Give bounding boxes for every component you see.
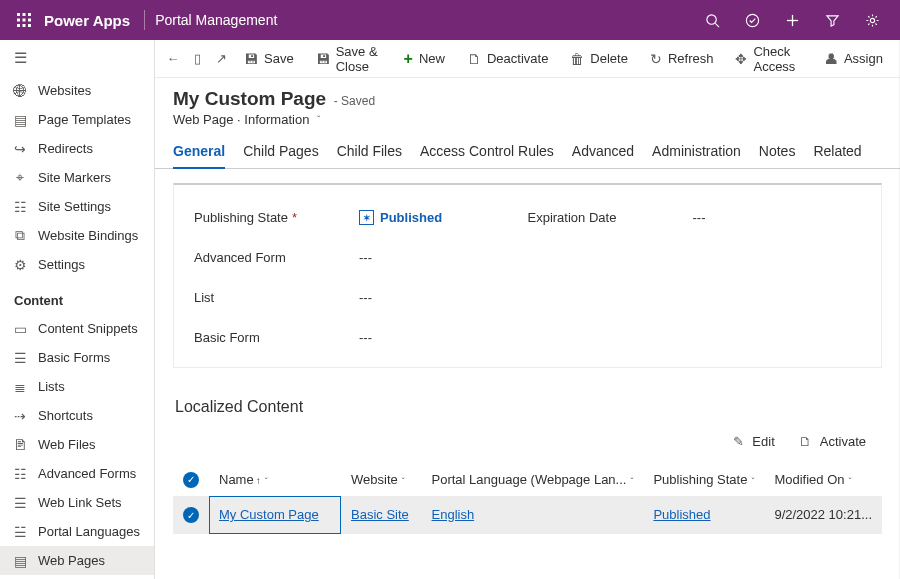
gear-icon[interactable] [852,0,892,40]
tab-general[interactable]: General [173,143,225,169]
cmd-label: Refresh [668,51,714,66]
tab-access-control[interactable]: Access Control Rules [420,143,554,168]
sidebar-item-settings[interactable]: ⚙Settings [0,250,154,279]
sort-asc-icon: ↑ [256,475,261,486]
form-name[interactable]: Information [244,112,309,127]
col-website[interactable]: Websiteˇ [341,463,422,496]
grid-toolbar: ✎Edit 🗋Activate [173,430,882,463]
required-marker: * [292,210,297,225]
sidebar-item-shortcuts[interactable]: ⇢Shortcuts [0,401,154,430]
tab-advanced[interactable]: Advanced [572,143,634,168]
form-icon: ☰ [12,350,28,366]
page-title: My Custom Page [173,88,326,109]
cell-language[interactable]: English [422,496,644,534]
sidebar-item-advanced-forms[interactable]: ☷Advanced Forms [0,459,154,488]
field-value-publishing-state[interactable]: ✶Published [359,209,528,226]
webpage-icon: ▤ [12,553,28,569]
sidebar-item-site-markers[interactable]: ⌖Site Markers [0,163,154,192]
shortcut-icon: ⇢ [12,408,28,424]
cell-name[interactable]: My Custom Page [209,496,341,534]
sidebar-item-label: Shortcuts [38,408,93,423]
tool-label: Activate [820,434,866,449]
sidebar-item-label: Web Pages [38,553,105,568]
col-modified[interactable]: Modified Onˇ [764,463,882,496]
filter-icon[interactable] [812,0,852,40]
sidebar-item-web-link-sets[interactable]: ☰Web Link Sets [0,488,154,517]
chevron-down-icon[interactable]: ˇ [317,115,320,126]
assign-button[interactable]: 👤︎Assign [815,40,892,77]
sidebar-item-label: Site Markers [38,170,111,185]
save-button[interactable]: 💾︎Save [235,40,303,77]
sidebar-item-web-files[interactable]: 🖹Web Files [0,430,154,459]
svg-rect-3 [17,19,20,22]
tab-child-files[interactable]: Child Files [337,143,402,168]
deactivate-button[interactable]: 🗋Deactivate [458,40,557,77]
field-label-expiration-date: Expiration Date [528,210,693,225]
cmd-label: Save & Close [336,44,382,74]
form-selector-icon[interactable]: ▯ [187,51,207,66]
app-subtitle: Portal Management [155,12,277,28]
cell-pubstate[interactable]: Published [643,496,764,534]
global-header: Power Apps Portal Management [0,0,900,40]
refresh-button[interactable]: ↻Refresh [641,40,723,77]
svg-rect-8 [28,24,31,27]
cell-website[interactable]: Basic Site [341,496,422,534]
col-language[interactable]: Portal Language (Webpage Lan...ˇ [422,463,644,496]
lang-icon: ☱ [12,524,28,540]
activate-icon: 🗋 [799,434,812,449]
page-icon: ▤ [12,112,28,128]
sidebar-item-page-templates[interactable]: ▤Page Templates [0,105,154,134]
field-value-expiration-date[interactable]: --- [693,210,862,225]
table-row[interactable]: ✓ My Custom Page Basic Site English Publ… [173,496,882,534]
field-value-list[interactable]: --- [359,290,861,305]
sidebar-item-website-bindings[interactable]: ⧉Website Bindings [0,221,154,250]
tab-related[interactable]: Related [813,143,861,168]
hamburger-icon[interactable]: ☰ [0,40,154,76]
tab-notes[interactable]: Notes [759,143,796,168]
delete-button[interactable]: 🗑Delete [561,40,637,77]
sidebar-item-portal-languages[interactable]: ☱Portal Languages [0,517,154,546]
save-close-button[interactable]: 💾︎Save & Close [307,40,391,77]
cmd-label: Deactivate [487,51,548,66]
sidebar-item-content-snippets[interactable]: ▭Content Snippets [0,314,154,343]
task-icon[interactable] [732,0,772,40]
tab-child-pages[interactable]: Child Pages [243,143,319,168]
sidebar-item-label: Advanced Forms [38,466,136,481]
sidebar-heading-content: Content [0,279,154,314]
deactivate-icon: 🗋 [467,51,481,67]
select-all-header[interactable]: ✓ [173,463,209,496]
sidebar-item-redirects[interactable]: ↪Redirects [0,134,154,163]
divider [144,10,145,30]
chevron-down-icon: ˇ [849,476,852,486]
col-pubstate[interactable]: Publishing Stateˇ [643,463,764,496]
activate-button[interactable]: 🗋Activate [789,430,876,453]
sidebar-item-web-pages[interactable]: ▤Web Pages [0,546,154,575]
saved-status: - Saved [334,94,375,108]
sidebar-item-site-settings[interactable]: ☷Site Settings [0,192,154,221]
cmd-label: Delete [590,51,628,66]
settings-icon: ☷ [12,199,28,215]
back-icon[interactable]: ← [163,51,183,66]
check-access-button[interactable]: ✥Check Access [726,40,810,77]
delete-icon: 🗑 [570,51,584,67]
sidebar-item-lists[interactable]: ≣Lists [0,372,154,401]
svg-rect-0 [17,13,20,16]
field-value-basic-form[interactable]: --- [359,330,861,345]
add-icon[interactable] [772,0,812,40]
new-button[interactable]: +New [395,40,454,77]
sidebar-item-websites[interactable]: 🌐︎Websites [0,76,154,105]
svg-rect-7 [23,24,26,27]
svg-rect-6 [17,24,20,27]
tab-administration[interactable]: Administration [652,143,741,168]
sidebar-item-label: Web Files [38,437,96,452]
linkset-icon: ☰ [12,495,28,511]
sidebar-item-basic-forms[interactable]: ☰Basic Forms [0,343,154,372]
col-name[interactable]: Name↑ˇ [209,463,341,496]
app-launcher-icon[interactable] [8,13,40,27]
row-checkbox[interactable]: ✓ [173,496,209,534]
search-icon[interactable] [692,0,732,40]
edit-button[interactable]: ✎Edit [723,430,784,453]
chevron-down-icon: ˇ [265,476,268,486]
field-value-advanced-form[interactable]: --- [359,250,861,265]
open-new-icon[interactable]: ↗ [211,51,231,66]
